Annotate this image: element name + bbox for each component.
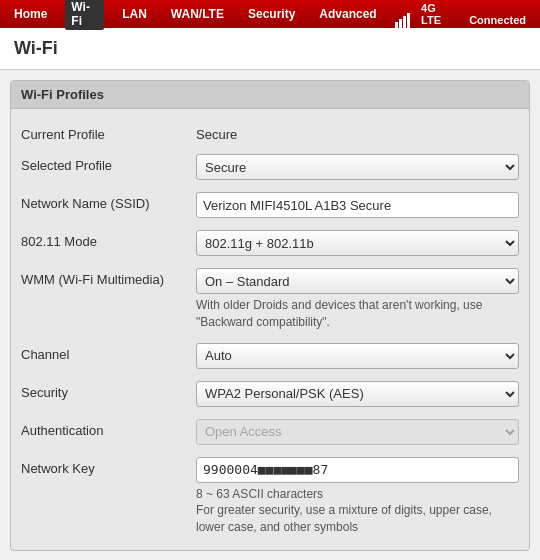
authentication-select[interactable]: Open Access Shared Key [196,419,519,445]
ssid-row: Network Name (SSID) [21,186,519,224]
section-body: Current Profile Secure Selected Profile … [11,109,529,550]
main-content: Wi-Fi Profiles Current Profile Secure Se… [0,70,540,560]
section-header: Wi-Fi Profiles [11,81,529,109]
security-row: Security WPA2 Personal/PSK (AES) WPA Per… [21,375,519,413]
security-label: Security [21,381,196,400]
selected-profile-row: Selected Profile Secure Profile 2 Profil… [21,148,519,186]
nav-wifi[interactable]: Wi-Fi [65,0,104,30]
current-profile-value: Secure [196,123,519,142]
network-key-help: 8 ~ 63 ASCII charactersFor greater secur… [196,486,519,536]
page-title: Wi-Fi [0,28,540,70]
channel-row: Channel Auto 1234 5678 91011 [21,337,519,375]
nav-lan[interactable]: LAN [116,5,153,23]
security-select[interactable]: WPA2 Personal/PSK (AES) WPA Personal/PSK… [196,381,519,407]
mode-select[interactable]: 802.11g + 802.11b 802.11g 802.11b [196,230,519,256]
wmm-select[interactable]: On – Standard Off On – Backward compatib… [196,268,519,294]
wmm-wrapper: On – Standard Off On – Backward compatib… [196,268,519,331]
signal-indicator: 4G LTE Connected [395,0,532,28]
mode-label: 802.11 Mode [21,230,196,249]
nav-home[interactable]: Home [8,5,53,23]
network-key-input[interactable] [196,457,519,483]
ssid-wrapper [196,192,519,218]
current-profile-label: Current Profile [21,123,196,142]
top-navigation: Home Wi-Fi LAN WAN/LTE Security Advanced… [0,0,540,28]
network-key-label: Network Key [21,457,196,476]
ssid-label: Network Name (SSID) [21,192,196,211]
network-key-container: 8 ~ 63 ASCII charactersFor greater secur… [196,457,519,536]
authentication-wrapper: Open Access Shared Key [196,419,519,445]
nav-advanced[interactable]: Advanced [313,5,382,23]
channel-wrapper: Auto 1234 5678 91011 [196,343,519,369]
wmm-row: WMM (Wi-Fi Multimedia) On – Standard Off… [21,262,519,337]
channel-label: Channel [21,343,196,362]
nav-wan[interactable]: WAN/LTE [165,5,230,23]
authentication-row: Authentication Open Access Shared Key [21,413,519,451]
wmm-label: WMM (Wi-Fi Multimedia) [21,268,196,287]
selected-profile-select[interactable]: Secure Profile 2 Profile 3 [196,154,519,180]
nav-security[interactable]: Security [242,5,301,23]
channel-select[interactable]: Auto 1234 5678 91011 [196,343,519,369]
mode-wrapper: 802.11g + 802.11b 802.11g 802.11b [196,230,519,256]
authentication-label: Authentication [21,419,196,438]
ssid-input[interactable] [196,192,519,218]
selected-profile-wrapper: Secure Profile 2 Profile 3 [196,154,519,180]
wmm-help: With older Droids and devices that aren'… [196,297,519,331]
mode-row: 802.11 Mode 802.11g + 802.11b 802.11g 80… [21,224,519,262]
network-key-row: Network Key 8 ~ 63 ASCII charactersFor g… [21,451,519,542]
wifi-profiles-section: Wi-Fi Profiles Current Profile Secure Se… [10,80,530,551]
selected-profile-label: Selected Profile [21,154,196,173]
security-wrapper: WPA2 Personal/PSK (AES) WPA Personal/PSK… [196,381,519,407]
current-profile-row: Current Profile Secure [21,117,519,148]
